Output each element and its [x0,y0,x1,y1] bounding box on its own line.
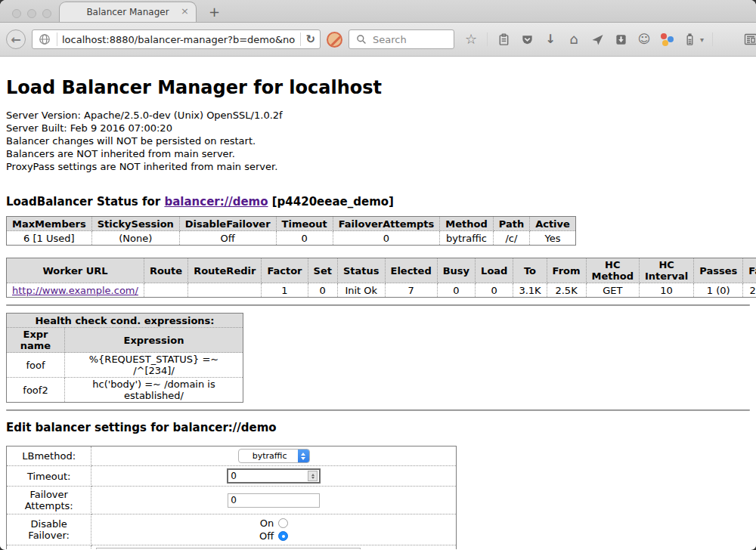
extension-dropdown-caret-icon[interactable]: ▾ [700,36,704,44]
col-active: Active [530,217,576,231]
reader-grid-icon[interactable] [743,32,756,47]
page-title: Load Balancer Manager for localhost [6,77,750,98]
cell-maxmembers: 6 [1 Used] [7,231,92,246]
balancer-demo-link[interactable]: balancer://demo [164,195,268,209]
col-disablefailover: DisableFailover [179,217,276,231]
reload-icon[interactable]: ↻ [305,32,315,46]
col-factor: Factor [262,258,308,283]
url-divider-right [300,32,301,46]
cell-from: 2.5K [547,283,586,298]
cell-method: bytraffic [440,231,493,246]
pocket-icon[interactable] [519,32,534,47]
sticky-session-label: Sticky Session: [7,545,91,550]
table-header-row: Expr name Expression [7,328,243,353]
close-window-button[interactable] [12,9,21,18]
table-row: http://www.example.com/ 1 0 Init Ok 7 0 … [7,283,756,298]
search-bar[interactable] [349,29,454,49]
save-page-extension-icon[interactable] [613,32,628,47]
col-load: Load [476,258,513,283]
back-button[interactable]: ← [6,29,26,49]
cell-failoverattempts: 0 [333,231,440,246]
table-row: 6 [1 Used] (None) Off 0 0 bytraffic /c/ … [7,231,576,246]
worker-url-link[interactable]: http://www.example.com/ [12,285,138,296]
health-table-title: Health check cond. expressions: [7,314,243,328]
col-to: To [513,258,547,283]
form-row-sticky-session: Sticky Session: (Use '-' to delete) [7,545,457,550]
balancer-status-table: MaxMembers StickySession DisableFailover… [6,216,576,246]
timeout-label: Timeout: [7,466,91,487]
menu-hamburger-icon[interactable] [721,32,735,47]
battery-extension-icon[interactable] [682,32,697,47]
server-built-line: Server Built: Feb 9 2016 07:00:20 [6,122,750,134]
url-bar[interactable]: ↻ [32,29,321,49]
failover-attempts-input[interactable] [228,493,320,508]
timeout-input[interactable]: 0 [227,468,321,484]
radio-off[interactable] [278,531,288,541]
cell-to: 3.1K [513,283,547,298]
cell-set: 0 [308,283,337,298]
cell-passes: 1 (0) [694,283,743,298]
cell-disablefailover: Off [179,231,276,246]
cell-timeout: 0 [276,231,333,246]
cell-busy: 0 [437,283,475,298]
lbmethod-select[interactable]: bytraffic [238,449,310,463]
col-fails: Fails [743,258,756,283]
col-failoverattempts: FailoverAttempts [333,217,440,231]
cell-factor: 1 [262,283,308,298]
cell-expression: %{REQUEST_STATUS} =~ /^[234]/ [65,353,243,378]
url-divider [57,32,57,46]
window-controls [12,9,51,18]
col-route: Route [144,258,187,283]
zoom-window-button[interactable] [42,9,51,18]
disable-failover-radios: On Off [259,517,288,542]
chat-smiley-extension-icon[interactable]: ☺ [637,32,652,47]
tab-title: Balancer Manager [86,7,169,17]
send-tab-icon[interactable] [590,32,605,47]
globe-icon [37,32,52,47]
cell-expr-name: foof2 [7,378,65,403]
disable-failover-label: Disable Failover: [7,514,91,545]
radio-off-label: Off [259,530,274,542]
toolbar-icons: ☆ ↓ ⌂ [463,32,756,47]
cell-route [144,283,187,298]
bookmark-star-icon[interactable]: ☆ [463,32,479,47]
search-input[interactable] [373,34,448,45]
failover-attempts-label: Failover Attempts: [7,487,91,514]
tab-balancer-manager[interactable]: Balancer Manager × [59,2,197,22]
table-header-row: Worker URL Route RouteRedir Factor Set S… [7,258,756,283]
tab-bar: Balancer Manager × + [0,0,756,23]
minimize-window-button[interactable] [27,9,36,18]
radio-on[interactable] [278,518,288,528]
tab-close-icon[interactable]: × [181,6,189,16]
color-dots-extension-icon[interactable] [660,32,674,46]
cell-expression: hc('body') =~ /domain is established/ [65,378,243,403]
col-status: Status [337,258,385,283]
inherit-note-line: Balancers are NOT inherited from main se… [6,147,750,160]
table-header-row: MaxMembers StickySession DisableFailover… [7,217,576,231]
cell-hc-interval: 10 [639,283,693,298]
health-check-table: Health check cond. expressions: Expr nam… [6,313,243,403]
new-tab-button[interactable]: + [209,5,220,19]
content-blocked-icon[interactable] [327,32,342,48]
navigation-toolbar: ← ↻ ☆ [0,23,756,57]
browser-window: Balancer Manager × + ← ↻ [0,0,756,550]
downloads-icon[interactable]: ↓ [543,32,558,47]
home-icon[interactable]: ⌂ [566,32,581,47]
col-hc-interval: HC Interval [639,258,693,283]
section-divider [6,409,750,411]
bookmarks-clipboard-icon[interactable] [496,32,511,47]
cell-path: /c/ [493,231,529,246]
form-row-timeout: Timeout: 0 [7,466,457,487]
col-from: From [547,258,586,283]
edit-settings-heading: Edit balancer settings for balancer://de… [6,421,750,434]
cell-hc-method: GET [586,283,639,298]
worker-status-table: Worker URL Route RouteRedir Factor Set S… [6,258,756,298]
url-input[interactable] [62,34,296,45]
sticky-session-input[interactable] [96,548,361,549]
toolbar-divider-right [712,32,713,46]
cell-routeredir [188,283,262,298]
lbmethod-selected-value: bytraffic [239,451,298,461]
table-row: foof2 hc('body') =~ /domain is establish… [7,378,243,403]
number-spinner-icon[interactable] [308,471,318,481]
form-row-disable-failover: Disable Failover: On Off [7,514,457,545]
